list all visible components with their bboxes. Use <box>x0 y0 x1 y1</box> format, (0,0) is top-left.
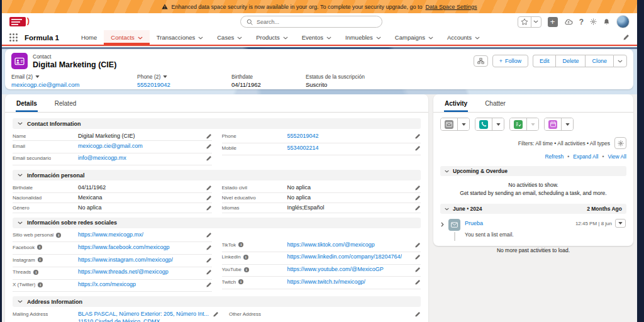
new-event-action-button[interactable] <box>545 118 562 130</box>
email-secundario-link[interactable]: info@mexicogp.mx <box>78 154 126 162</box>
info-icon[interactable]: i <box>38 282 43 287</box>
delete-button[interactable]: Delete <box>555 55 585 67</box>
edit-idiomas-icon[interactable] <box>411 204 421 211</box>
edit-page-pencil-icon[interactable] <box>623 34 630 41</box>
month-group-header[interactable]: June • 2024 2 Months Ago <box>440 204 626 214</box>
info-icon[interactable]: i <box>238 242 243 247</box>
tiktok-link[interactable]: https://www.tiktok.com/@mexicogp <box>287 241 375 249</box>
edit-nacionalidad-icon[interactable] <box>202 194 212 201</box>
assistant-button[interactable] <box>474 55 488 67</box>
edit-twitch-icon[interactable] <box>411 278 421 286</box>
edit-tiktok-icon[interactable] <box>411 241 421 248</box>
header-field-value-email-2[interactable]: mexicogp.cie@gmail.com <box>11 81 137 88</box>
cloud-upload-icon[interactable] <box>564 18 573 25</box>
tab-chatter[interactable]: Chatter <box>484 100 506 112</box>
nav-tab-home[interactable]: Home <box>74 30 104 45</box>
log-a-call-dropdown-button[interactable] <box>492 118 504 130</box>
follow-button[interactable]: + Follow <box>492 55 528 67</box>
edit-mobile-icon[interactable] <box>411 144 421 152</box>
new-task-action-button[interactable] <box>510 118 527 130</box>
edit-button[interactable]: Edit <box>533 55 556 67</box>
timeline-item-dropdown-button[interactable] <box>615 219 626 228</box>
edit-email-icon[interactable] <box>202 142 212 150</box>
nav-tab-products[interactable]: Products <box>249 30 295 45</box>
youtube-link[interactable]: https://www.youtube.com/@MexicoGP <box>287 265 384 274</box>
edit-sitio-web-personal-icon[interactable] <box>202 231 212 238</box>
section-header-informaci-n-personal[interactable]: Información personal <box>13 170 421 180</box>
nav-tab-contacts[interactable]: Contacts <box>104 30 150 45</box>
edit-g-nero-icon[interactable] <box>202 204 212 211</box>
expand-item-chevron-icon[interactable] <box>441 219 444 239</box>
email-action-button[interactable] <box>441 118 458 130</box>
info-icon[interactable]: i <box>37 245 42 250</box>
email-link[interactable]: mexicogp.cie@gmail.com <box>78 142 143 150</box>
instagram-link[interactable]: https://www.instagram.com/mexicogp/ <box>78 256 173 264</box>
user-avatar[interactable] <box>616 15 630 28</box>
help-icon[interactable]: ? <box>579 18 584 26</box>
edit-other-address-icon[interactable] <box>411 310 421 318</box>
new-task-dropdown-button[interactable] <box>527 118 538 130</box>
x-twitter-link[interactable]: https://x.com/mexicogp <box>78 280 136 289</box>
field-dropdown-icon[interactable] <box>35 75 40 78</box>
edit-facebook-icon[interactable] <box>202 243 212 251</box>
edit-mailing-address-icon[interactable] <box>209 310 219 318</box>
info-icon[interactable]: i <box>38 257 43 262</box>
setup-gear-icon[interactable] <box>590 18 597 25</box>
info-icon[interactable]: i <box>56 233 61 238</box>
banner-link[interactable]: Data Space Settings <box>426 4 477 10</box>
address-line-link[interactable]: 11510 Ciudad de México, CDMX <box>78 318 209 322</box>
clone-button[interactable]: Clone <box>585 55 613 67</box>
phone-link[interactable]: 5552019042 <box>287 132 319 140</box>
log-a-call-action-button[interactable] <box>475 118 492 130</box>
nav-tab-inmuebles[interactable]: Inmuebles <box>338 30 388 45</box>
edit-email-secundario-icon[interactable] <box>202 154 212 162</box>
edit-phone-icon[interactable] <box>411 132 421 140</box>
edit-instagram-icon[interactable] <box>202 256 212 264</box>
nav-tab-cases[interactable]: Cases <box>210 30 249 45</box>
mobile-link[interactable]: 5534002214 <box>287 144 319 152</box>
nav-tab-campaigns[interactable]: Campaigns <box>388 30 440 45</box>
edit-name-icon[interactable] <box>202 132 212 140</box>
facebook-link[interactable]: https://www.facebook.com/mexicogp <box>78 243 170 252</box>
tab-details[interactable]: Details <box>16 100 38 112</box>
info-icon[interactable]: i <box>238 279 243 284</box>
section-header-informaci-n-sobre-redes-sociales[interactable]: Información sobre redes sociales <box>13 218 421 228</box>
timeline-item-title-link[interactable]: Prueba <box>465 220 483 226</box>
info-icon[interactable]: i <box>244 267 249 272</box>
favorites-dropdown-icon[interactable] <box>531 17 541 27</box>
threads-link[interactable]: https://www.threads.net/@mexicogp <box>78 268 169 276</box>
email-dropdown-button[interactable] <box>458 118 469 130</box>
notifications-bell-icon[interactable] <box>603 18 610 25</box>
view-all-link[interactable]: View All <box>608 153 626 160</box>
upcoming-overdue-header[interactable]: Upcoming & Overdue <box>440 166 626 176</box>
edit-nivel-educativo-icon[interactable] <box>411 194 421 201</box>
header-field-value-phone-2[interactable]: 5552019042 <box>137 81 231 88</box>
favorites-star-icon[interactable] <box>518 17 531 27</box>
section-header-contact-information[interactable]: Contact Information <box>13 118 421 129</box>
sitio-web-personal-link[interactable]: https://www.mexicogp.mx/ <box>78 231 143 239</box>
new-event-dropdown-button[interactable] <box>562 118 573 130</box>
tab-activity[interactable]: Activity <box>444 100 468 112</box>
expand-all-link[interactable]: Expand All <box>573 153 598 160</box>
nav-tab-transacciones[interactable]: Transacciones <box>150 30 210 45</box>
global-actions-icon[interactable]: + <box>548 17 558 27</box>
app-launcher-icon[interactable] <box>9 33 18 42</box>
more-actions-dropdown-button[interactable] <box>613 55 627 67</box>
edit-linkedin-icon[interactable] <box>411 253 421 260</box>
info-icon[interactable]: i <box>33 270 38 275</box>
global-search-input[interactable]: Search... <box>240 16 382 28</box>
linkedin-link[interactable]: https://www.linkedin.com/company/1820476… <box>287 253 402 261</box>
edit-estado-civil-icon[interactable] <box>411 184 421 191</box>
refresh-link[interactable]: Refresh <box>545 153 564 160</box>
section-header-address-information[interactable]: Address Information <box>13 296 421 307</box>
address-line-link[interactable]: BLAS PASCAL, Número Exterior: 205, Númer… <box>78 310 209 318</box>
tab-related[interactable]: Related <box>54 100 77 112</box>
field-dropdown-icon[interactable] <box>163 75 167 78</box>
edit-birthdate-icon[interactable] <box>202 184 212 191</box>
nav-tab-accounts[interactable]: Accounts <box>440 30 487 45</box>
nav-tab-eventos[interactable]: Eventos <box>295 30 338 45</box>
twitch-link[interactable]: https://www.twitch.tv/mexicogp/ <box>287 278 366 286</box>
edit-x-twitter-icon[interactable] <box>202 280 212 288</box>
filters-gear-icon[interactable] <box>614 137 626 149</box>
info-icon[interactable]: i <box>243 255 248 260</box>
